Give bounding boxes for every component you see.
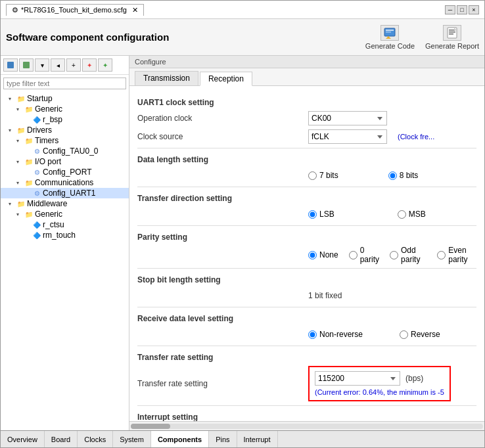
maximize-button[interactable]: □ (457, 5, 467, 14)
sidebar-btn-5[interactable]: + (66, 58, 81, 72)
sidebar-btn-1[interactable] (3, 58, 18, 72)
level-reverse-label: Reverse (411, 330, 440, 339)
tree-item-timers[interactable]: ▾ 📁 Timers (1, 135, 129, 146)
parity-none-option[interactable]: None (308, 250, 338, 259)
bottom-tab-interrupt[interactable]: Interrupt (237, 431, 278, 447)
tree-item-generic-startup[interactable]: ▾ 📁 Generic (1, 104, 129, 114)
tree-item-r-bsp[interactable]: 🔷 r_bsp (1, 114, 129, 125)
generate-code-button[interactable]: Generate Code (365, 25, 415, 50)
tree-item-config-tau0[interactable]: ⚙ Config_TAU0_0 (1, 146, 129, 156)
bottom-tab-clocks[interactable]: Clocks (78, 431, 113, 447)
data-length-7-option[interactable]: 7 bits (308, 171, 338, 180)
level-non-reverse-option[interactable]: Non-reverse (308, 330, 363, 339)
filter-input[interactable] (3, 78, 126, 89)
generate-report-icon (443, 25, 461, 41)
sidebar-btn-6[interactable]: ✦ (82, 58, 97, 72)
sidebar: ▾ ◂ + ✦ ✦ ▾ 📁 Startup ▾ 📁 Generi (1, 56, 129, 430)
tab-close-icon[interactable]: ✕ (132, 6, 138, 14)
generate-report-button[interactable]: Generate Report (425, 25, 479, 50)
content-area: Configure Transmission Reception UART1 c… (129, 56, 484, 430)
parity-0-radio[interactable] (349, 251, 358, 259)
level-reverse-radio[interactable] (400, 330, 408, 339)
data-length-row: 7 bits 8 bits (137, 168, 476, 183)
folder-icon: 📁 (16, 125, 26, 135)
tree-label: r_bsp (43, 115, 62, 124)
bottom-tab-components[interactable]: Components (151, 431, 209, 447)
tree-item-io-port[interactable]: ▾ 📁 I/O port (1, 156, 129, 167)
data-length-8-radio[interactable] (388, 171, 397, 180)
minimize-button[interactable]: ─ (445, 5, 455, 14)
horizontal-scrollbar[interactable] (129, 421, 484, 430)
stop-bit-value: 1 bit fixed (308, 291, 342, 300)
tree-label: Generic (35, 104, 62, 114)
tree-item-generic-middleware[interactable]: ▾ 📁 Generic (1, 209, 129, 219)
parity-0-label: 0 parity (360, 246, 379, 264)
direction-msb-label: MSB (409, 210, 426, 219)
divider-5 (137, 307, 476, 307)
parity-radio-group: None 0 parity Odd parity Even parit (308, 246, 476, 264)
level-reverse-option[interactable]: Reverse (400, 330, 440, 339)
transfer-rate-select[interactable]: 11520096003840057600 (315, 371, 400, 386)
direction-msb-option[interactable]: MSB (398, 210, 426, 219)
tree-item-r-ctsu[interactable]: 🔷 r_ctsu (1, 219, 129, 230)
folder-icon: 📁 (24, 136, 34, 145)
parity-none-radio[interactable] (308, 251, 317, 259)
tree-item-communications[interactable]: ▾ 📁 Communications (1, 177, 129, 188)
stop-bit-row: 1 bit fixed (137, 288, 476, 303)
direction-msb-radio[interactable] (398, 210, 406, 219)
parity-odd-radio[interactable] (390, 251, 398, 259)
data-length-8-option[interactable]: 8 bits (388, 171, 419, 180)
tab-transmission[interactable]: Transmission (135, 71, 198, 85)
parity-even-radio[interactable] (437, 251, 446, 259)
settings-area: UART1 clock setting Operation clock CK00… (129, 86, 484, 421)
interrupt-section-title: Interrupt setting (137, 413, 476, 421)
clock-source-control: fCLKfIHfIM (Clock fre... (308, 129, 434, 144)
tree-item-config-uart1[interactable]: ⚙ Config_UART1 (1, 188, 129, 198)
clock-source-select[interactable]: fCLKfIHfIM (308, 129, 387, 144)
divider-7 (137, 405, 476, 406)
parity-even-option[interactable]: Even parity (437, 246, 476, 264)
direction-lsb-option[interactable]: LSB (308, 210, 335, 219)
tree-item-rm-touch[interactable]: 🔷 rm_touch (1, 230, 129, 240)
expand-icon: ▾ (9, 201, 15, 207)
gear-file-icon: ⚙ (32, 189, 41, 198)
close-button[interactable]: × (469, 5, 479, 14)
window-controls: ─ □ × (445, 5, 479, 14)
tree-item-config-port[interactable]: ⚙ Config_PORT (1, 167, 129, 177)
parity-section-title: Parity setting (137, 233, 476, 242)
sidebar-btn-4[interactable]: ◂ (51, 58, 65, 72)
operation-clock-label: Operation clock (137, 114, 308, 123)
bottom-tab-board[interactable]: Board (45, 431, 78, 447)
tree-label: rm_touch (43, 231, 76, 240)
parity-0-option[interactable]: 0 parity (349, 246, 379, 264)
operation-clock-select[interactable]: CK00CK01CK02CK03 (308, 111, 387, 125)
level-non-reverse-radio[interactable] (308, 330, 317, 339)
tab-reception[interactable]: Reception (200, 72, 252, 86)
tree-label: Config_TAU0_0 (43, 146, 99, 156)
bottom-tab-pins[interactable]: Pins (209, 431, 237, 447)
file-icon: 🔷 (32, 115, 41, 124)
clock-source-label: Clock source (137, 132, 308, 141)
divider-4 (137, 268, 476, 269)
data-length-7-radio[interactable] (308, 171, 317, 180)
sidebar-btn-3[interactable]: ▾ (35, 58, 49, 72)
sidebar-btn-2[interactable] (19, 58, 34, 72)
tree-item-drivers[interactable]: ▾ 📁 Drivers (1, 125, 129, 135)
operation-clock-row: Operation clock CK00CK01CK02CK03 (137, 111, 476, 125)
title-bar: ⚙ *RL78G16_Touch_kit_demo.scfg ✕ ─ □ × (1, 1, 484, 19)
bottom-tab-overview[interactable]: Overview (1, 431, 45, 447)
title-tab[interactable]: ⚙ *RL78G16_Touch_kit_demo.scfg ✕ (6, 4, 144, 16)
expand-icon: ▾ (16, 106, 23, 112)
toolbar-title: Software component configuration (6, 32, 169, 43)
sidebar-btn-7[interactable]: ✦ (98, 58, 112, 72)
parity-even-label: Even parity (448, 246, 476, 264)
main-area: ▾ ◂ + ✦ ✦ ▾ 📁 Startup ▾ 📁 Generi (1, 56, 484, 430)
bottom-tab-system[interactable]: System (113, 431, 151, 447)
file-icon: 🔷 (32, 220, 41, 229)
tree-item-middleware[interactable]: ▾ 📁 Middleware (1, 198, 129, 209)
parity-odd-option[interactable]: Odd parity (390, 246, 427, 264)
tree-item-startup[interactable]: ▾ 📁 Startup (1, 93, 129, 104)
scrollbar-thumb[interactable] (131, 424, 170, 429)
direction-lsb-radio[interactable] (308, 210, 317, 219)
divider-2 (137, 187, 476, 187)
